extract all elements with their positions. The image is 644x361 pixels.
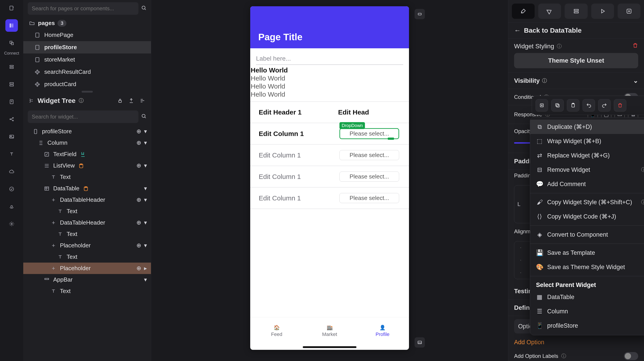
panel-resize-handle[interactable]	[82, 91, 93, 92]
tab-add[interactable]	[618, 4, 640, 19]
tree-node-text[interactable]: Text	[23, 251, 151, 262]
chevron-down-icon[interactable]: ⌄	[633, 77, 638, 84]
text-tool-icon[interactable]	[5, 148, 18, 160]
status-bar-toggle-icon[interactable]	[414, 9, 425, 19]
option-labels-toggle[interactable]	[624, 352, 638, 360]
search-pages-input[interactable]	[28, 2, 138, 15]
page-item-storemarket[interactable]: storeMarket	[23, 54, 151, 66]
chevron-down-icon[interactable]: ▾	[144, 219, 147, 226]
info-icon[interactable]: ⓘ	[641, 166, 644, 173]
doc-icon[interactable]	[5, 96, 18, 108]
chevron-down-icon[interactable]: ▾	[144, 162, 147, 169]
ctx-save-template[interactable]: 💾Save as Template	[530, 246, 644, 260]
tree-node-dtheader[interactable]: +DataTableHeader⊕▾	[23, 217, 151, 228]
tab-backend[interactable]	[564, 4, 588, 19]
dropdown[interactable]: Please select...	[340, 150, 399, 160]
ctx-remove[interactable]: ⊟Remove Widgetⓘ	[530, 162, 644, 177]
info-icon[interactable]: ⓘ	[79, 97, 84, 104]
tree-node-column[interactable]: Column⊕▾	[23, 137, 151, 148]
tree-node-datatable[interactable]: DataTable▾	[23, 183, 151, 194]
chevron-down-icon[interactable]: ▾	[144, 128, 147, 135]
database-icon[interactable]	[5, 60, 18, 73]
theme-icon[interactable]	[5, 200, 18, 213]
dropdown[interactable]: Please select...	[340, 193, 399, 203]
add-option-button[interactable]: Add Option	[508, 336, 644, 348]
info-icon[interactable]: ⓘ	[561, 353, 566, 360]
tab-style[interactable]	[512, 4, 535, 19]
dropdown[interactable]: Please select...	[340, 172, 399, 182]
api-icon[interactable]	[5, 113, 18, 126]
chevron-down-icon[interactable]: ▾	[144, 139, 147, 146]
page-item-homepage[interactable]: HomePage	[23, 29, 151, 41]
tree-node-root[interactable]: profileStore⊕▾	[23, 126, 151, 137]
back-to-datatable[interactable]: ← Back to DataTable	[508, 22, 644, 38]
ctx-parent-datatable[interactable]: ▦DataTable	[530, 290, 644, 304]
preview-appbar[interactable]: Page Title	[250, 6, 409, 48]
ctx-duplicate[interactable]: ⧉Duplicate (⌘+D)	[530, 120, 644, 134]
add-child-icon[interactable]: ⊕	[136, 196, 141, 203]
chevron-down-icon[interactable]: ▾	[144, 196, 147, 203]
check-icon[interactable]	[5, 183, 18, 195]
preview-textfield[interactable]: Label here...	[256, 53, 403, 65]
theme-style-button[interactable]: Theme Style Unset	[514, 53, 638, 68]
resize-handle[interactable]	[388, 138, 394, 140]
pages-folder[interactable]: pages 3	[23, 18, 151, 29]
add-child-icon[interactable]: ⊕	[136, 162, 141, 169]
add-child-icon[interactable]: ⊕	[136, 219, 141, 226]
device-preview[interactable]: Page Title Label here... Hello World Hel…	[250, 6, 409, 350]
dropdown-selected[interactable]: DropDownPlease select...	[340, 128, 399, 139]
tree-node-text[interactable]: Text	[23, 206, 151, 217]
chevron-right-icon[interactable]: ▸	[144, 265, 147, 272]
ctx-wrap[interactable]: ⬚Wrap Widget (⌘+B)	[530, 134, 644, 148]
media-icon[interactable]	[5, 130, 18, 143]
info-icon[interactable]: ⓘ	[641, 199, 644, 206]
ctx-comment[interactable]: 💬Add Comment	[530, 177, 644, 191]
add-child-icon[interactable]: ⊕	[136, 242, 141, 249]
storage-icon[interactable]	[5, 78, 18, 90]
delete-icon[interactable]	[614, 99, 626, 112]
ctx-convert[interactable]: ◈Convert to Component	[530, 228, 644, 242]
undo-icon[interactable]	[582, 99, 595, 112]
tree-node-appbar[interactable]: AppBar▾	[23, 274, 151, 286]
paste-icon[interactable]	[567, 99, 580, 112]
info-icon[interactable]: ⓘ	[542, 78, 547, 84]
tree-node-dtheader[interactable]: +DataTableHeader⊕▾	[23, 194, 151, 206]
preview-listview[interactable]: Hello World Hello World Hello World Hell…	[250, 66, 409, 98]
ctx-replace[interactable]: ⇄Replace Widget (⌘+G)	[530, 148, 644, 162]
delete-widget-icon[interactable]	[632, 42, 638, 50]
page-item-searchresultcard[interactable]: searchResultCard	[23, 66, 151, 78]
info-icon[interactable]: ⓘ	[557, 43, 562, 50]
ctx-copy-style[interactable]: 🖌Copy Widget Style (⌘+Shift+C)ⓘ	[530, 195, 644, 209]
cloud-icon[interactable]	[5, 165, 18, 178]
tree-node-listview[interactable]: ListView⊕▾	[23, 160, 151, 171]
copy-icon[interactable]	[551, 99, 564, 112]
tree-node-placeholder[interactable]: +Placeholder⊕▾	[23, 240, 151, 251]
ctx-parent-column[interactable]: ☰Column	[530, 304, 644, 318]
tree-node-placeholder-selected[interactable]: +Placeholder⊕▸	[23, 262, 151, 274]
ctx-copy-code[interactable]: ⟨⟩Copy Widget Code (⌘+J)	[530, 209, 644, 224]
tree-node-textfield[interactable]: TextField	[23, 148, 151, 160]
search-widget-input[interactable]	[28, 110, 138, 123]
export-icon[interactable]	[127, 96, 135, 105]
ctx-parent-profilestore[interactable]: 📱profileStore	[530, 318, 644, 333]
page-item-productcard[interactable]: productCard	[23, 78, 151, 90]
redo-icon[interactable]	[598, 99, 611, 112]
tab-animate[interactable]	[591, 4, 614, 19]
add-child-icon[interactable]: ⊕	[136, 128, 141, 135]
nav-feed[interactable]: 🏠Feed	[250, 318, 303, 344]
preview-datatable[interactable]: Edit Header 1Edit Head Edit Column 1Drop…	[250, 102, 409, 209]
add-page-icon[interactable]	[5, 2, 18, 14]
menu-icon[interactable]	[138, 96, 146, 105]
navbar-toggle-icon[interactable]	[414, 337, 425, 348]
add-child-icon[interactable]: ⊕	[136, 139, 141, 146]
nav-profile[interactable]: 👤Profile	[356, 318, 409, 344]
chevron-down-icon[interactable]: ▾	[144, 242, 147, 249]
chevron-down-icon[interactable]: ▾	[144, 185, 147, 192]
nav-market[interactable]: 🏬Market	[303, 318, 356, 344]
lock-icon[interactable]	[116, 96, 124, 105]
search-icon[interactable]	[141, 5, 146, 12]
settings-icon[interactable]	[5, 218, 18, 230]
pages-icon[interactable]	[5, 19, 18, 32]
tree-node-text[interactable]: Text	[23, 171, 151, 183]
page-item-profilestore[interactable]: profileStore	[23, 41, 151, 54]
